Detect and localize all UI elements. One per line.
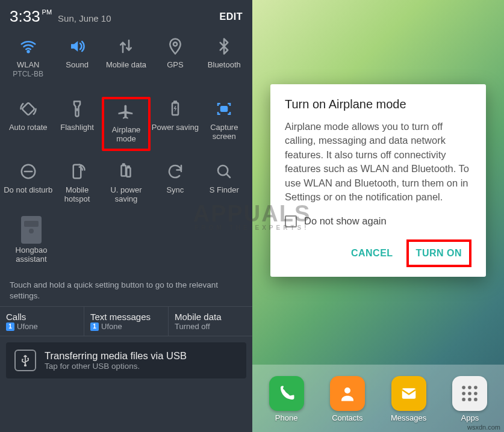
dialog-checkbox-row[interactable]: Do not show again	[285, 215, 471, 227]
dock-label: Phone	[275, 413, 298, 422]
qs-tile-bluetooth[interactable]: Bluetooth	[200, 34, 249, 88]
svg-point-20	[468, 386, 472, 389]
airplane-icon	[114, 99, 138, 123]
svg-point-19	[462, 386, 466, 389]
capture-icon	[212, 97, 236, 121]
qs-tile-label: Power saving	[152, 123, 199, 132]
qs-tile-capture[interactable]: Capture screen	[200, 97, 249, 151]
dock-contacts[interactable]: Contacts	[330, 376, 365, 422]
svg-point-24	[474, 392, 478, 395]
sim-badge: 1	[6, 322, 14, 331]
hongbao-icon	[21, 216, 42, 244]
qs-tile-sfinder[interactable]: S Finder	[200, 159, 249, 214]
svg-rect-11	[123, 164, 125, 166]
quick-settings-grid: WLANPTCL-BBSoundMobile dataGPSBluetoothA…	[0, 28, 252, 216]
qs-tile-label: U. power saving	[102, 186, 151, 204]
qs-tile-rotate[interactable]: Auto rotate	[4, 97, 52, 151]
contacts-icon	[330, 376, 365, 411]
usb-title: Transferring media files via USB	[45, 350, 187, 362]
qs-tile-powersave[interactable]: Power saving	[151, 97, 199, 151]
qs-tile-sublabel: PTCL-BB	[13, 70, 43, 78]
usb-sub: Tap for other USB options.	[45, 362, 187, 371]
qs-tile-label: Mobile data	[106, 61, 146, 70]
qs-tile-label: Capture screen	[200, 123, 249, 141]
dnd-icon	[16, 159, 40, 184]
svg-rect-5	[174, 102, 176, 103]
svg-point-25	[462, 398, 466, 401]
svg-point-23	[468, 392, 472, 395]
dialog-body: Airplane mode allows you to turn off cal…	[285, 120, 471, 205]
usb-card[interactable]: Transferring media files via USB Tap for…	[6, 342, 246, 378]
qs-tile-wifi[interactable]: WLANPTCL-BB	[4, 34, 52, 88]
airplane-dialog: Turn on Airplane mode Airplane mode allo…	[270, 84, 486, 277]
svg-point-21	[474, 386, 478, 389]
home-screen: Turn on Airplane mode Airplane mode allo…	[252, 0, 504, 432]
sim-sub: 1Ufone	[6, 322, 78, 331]
sim-row: Calls1UfoneText messages1UfoneMobile dat…	[0, 306, 252, 336]
svg-rect-6	[221, 106, 227, 111]
qs-tile-label: Mobile hotspot	[52, 186, 101, 204]
sim-title: Text messages	[90, 312, 162, 322]
hongbao-tile[interactable]: Hongbao assistant	[6, 216, 57, 274]
checkbox-label: Do not show again	[304, 215, 387, 227]
qs-tile-sync[interactable]: Sync	[151, 159, 199, 214]
watermark-corner: wsxdn.com	[467, 424, 500, 431]
sim-col[interactable]: Mobile dataTurned off	[168, 307, 252, 336]
qs-tile-label: Auto rotate	[9, 123, 48, 132]
svg-point-22	[462, 392, 466, 395]
qs-tile-airplane[interactable]: Airplane mode	[102, 97, 151, 151]
sim-title: Calls	[6, 312, 78, 322]
status-bar: 3:33PM Sun, June 10 EDIT	[0, 0, 252, 28]
qs-tile-hotspot[interactable]: Mobile hotspot	[52, 159, 101, 214]
qs-tile-flashlight[interactable]: Flashlight	[52, 97, 101, 151]
svg-rect-2	[22, 102, 34, 115]
dialog-title: Turn on Airplane mode	[285, 97, 471, 111]
flashlight-icon	[65, 97, 89, 121]
quick-settings-hint: Touch and hold a quick setting button to…	[0, 276, 252, 306]
svg-point-1	[173, 42, 177, 46]
qs-tile-label: Airplane mode	[104, 126, 148, 144]
sim-col[interactable]: Calls1Ufone	[0, 307, 84, 336]
sim-badge: 1	[90, 322, 99, 331]
svg-rect-10	[122, 165, 126, 176]
dock-apps[interactable]: Apps	[452, 376, 487, 422]
sim-sub: 1Ufone	[90, 322, 162, 331]
sync-icon	[163, 159, 187, 184]
qs-tile-label: S Finder	[210, 186, 239, 195]
dock: PhoneContactsMessagesApps	[252, 365, 504, 432]
sim-sub: Turned off	[175, 322, 246, 331]
qs-tile-sound[interactable]: Sound	[52, 34, 101, 88]
qs-tile-upowersave[interactable]: U. power saving	[102, 159, 151, 214]
sound-icon	[65, 34, 89, 58]
status-date: Sun, June 10	[58, 13, 111, 23]
dock-phone[interactable]: Phone	[269, 376, 304, 422]
edit-button[interactable]: EDIT	[220, 11, 243, 22]
mobiledata-icon	[114, 34, 138, 58]
notification-panel: 3:33PM Sun, June 10 EDIT WLANPTCL-BBSoun…	[0, 0, 252, 432]
rotate-icon	[16, 97, 40, 121]
svg-point-17	[344, 387, 350, 393]
qs-tile-mobiledata[interactable]: Mobile data	[102, 34, 151, 88]
hongbao-label: Hongbao assistant	[6, 246, 57, 264]
sim-col[interactable]: Text messages1Ufone	[84, 307, 168, 336]
dialog-actions: CANCEL TURN ON	[285, 239, 471, 267]
qs-tile-label: WLAN	[17, 61, 40, 70]
qs-tile-label: Flashlight	[60, 123, 94, 132]
svg-point-0	[27, 51, 29, 52]
qs-tile-dnd[interactable]: Do not disturb	[4, 159, 52, 214]
checkbox-icon[interactable]	[285, 215, 297, 227]
clock-time: 3:33PM	[10, 7, 52, 26]
dock-label: Apps	[461, 413, 479, 422]
svg-point-27	[474, 398, 478, 401]
phone-icon	[269, 376, 304, 411]
dock-messages[interactable]: Messages	[391, 376, 426, 422]
cancel-button[interactable]: CANCEL	[344, 242, 400, 265]
qs-tile-gps[interactable]: GPS	[151, 34, 199, 88]
turn-on-button[interactable]: TURN ON	[406, 239, 471, 267]
svg-point-26	[468, 398, 472, 401]
dock-label: Contacts	[332, 413, 362, 422]
status-bar-right	[252, 0, 504, 19]
dock-label: Messages	[391, 413, 426, 422]
messages-icon	[391, 376, 426, 411]
apps-icon	[452, 376, 487, 411]
